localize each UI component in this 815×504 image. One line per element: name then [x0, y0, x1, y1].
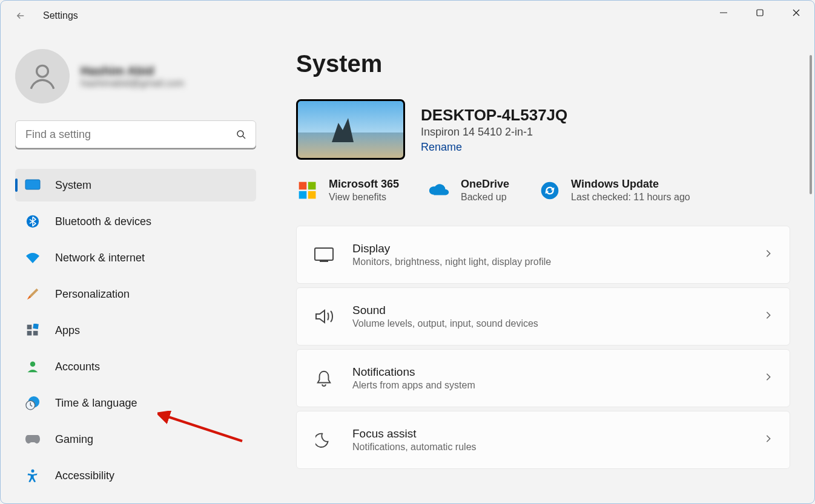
- status-row: Microsoft 365 View benefits OneDrive Bac…: [296, 178, 790, 203]
- apps-icon: [25, 322, 41, 338]
- nav-item-bluetooth[interactable]: Bluetooth & devices: [15, 205, 256, 238]
- svg-point-5: [237, 131, 243, 137]
- status-sub: View benefits: [329, 192, 399, 203]
- svg-rect-1: [757, 10, 763, 16]
- card-sub: Alerts from apps and system: [352, 380, 764, 391]
- nav-list: System Bluetooth & devices Network & int…: [15, 169, 256, 492]
- maximize-button[interactable]: [742, 1, 778, 25]
- device-name: DESKTOP-4L537JQ: [421, 106, 567, 125]
- svg-rect-18: [299, 182, 307, 189]
- search-box[interactable]: [15, 120, 256, 148]
- svg-rect-7: [25, 180, 40, 189]
- card-notifications[interactable]: Notifications Alerts from apps and syste…: [296, 349, 790, 407]
- svg-line-6: [243, 136, 245, 139]
- sound-icon: [314, 306, 334, 327]
- main-content: System DESKTOP-4L537JQ Inspiron 14 5410 …: [267, 31, 814, 503]
- nav-item-network[interactable]: Network & internet: [15, 241, 256, 274]
- microsoft-logo-icon: [296, 179, 319, 202]
- sidebar: Hashim Abid hashimabid@gmail.com System: [1, 31, 267, 503]
- svg-point-17: [31, 470, 34, 473]
- profile-block[interactable]: Hashim Abid hashimabid@gmail.com: [15, 49, 256, 103]
- status-title: OneDrive: [461, 178, 509, 191]
- device-thumbnail: [296, 99, 405, 160]
- chevron-right-icon: [764, 373, 773, 384]
- nav-label: Time & language: [55, 397, 137, 410]
- nav-label: Bluetooth & devices: [55, 215, 151, 228]
- bell-icon: [314, 368, 334, 388]
- nav-item-system[interactable]: System: [15, 169, 256, 201]
- settings-card-list: Display Monitors, brightness, night ligh…: [296, 226, 790, 481]
- svg-point-4: [37, 65, 48, 77]
- nav-label: System: [55, 179, 91, 192]
- card-title: Notifications: [352, 365, 764, 379]
- nav-item-accounts[interactable]: Accounts: [15, 350, 256, 383]
- svg-rect-21: [308, 191, 316, 198]
- svg-rect-13: [33, 331, 38, 336]
- nav-item-personalization[interactable]: Personalization: [15, 278, 256, 310]
- card-focus-assist[interactable]: Focus assist Notifications, automatic ru…: [296, 411, 790, 469]
- nav-label: Personalization: [55, 288, 130, 301]
- system-icon: [25, 177, 41, 193]
- accounts-icon: [25, 359, 41, 375]
- window-title: Settings: [43, 10, 78, 21]
- wifi-icon: [25, 250, 41, 266]
- device-block: DESKTOP-4L537JQ Inspiron 14 5410 2-in-1 …: [296, 99, 790, 160]
- status-title: Microsoft 365: [329, 178, 399, 191]
- svg-point-22: [541, 182, 559, 199]
- search-input[interactable]: [25, 128, 236, 141]
- nav-label: Gaming: [55, 433, 93, 446]
- status-sub: Last checked: 11 hours ago: [571, 192, 690, 203]
- brush-icon: [25, 286, 41, 302]
- chevron-right-icon: [764, 434, 773, 445]
- card-title: Display: [352, 242, 764, 255]
- update-icon: [538, 179, 561, 202]
- moon-icon: [314, 430, 334, 450]
- card-sound[interactable]: Sound Volume levels, output, input, soun…: [296, 287, 790, 345]
- svg-point-14: [30, 362, 35, 367]
- svg-rect-12: [27, 331, 32, 336]
- device-model: Inspiron 14 5410 2-in-1: [421, 126, 567, 139]
- display-icon: [314, 244, 334, 265]
- nav-item-time-language[interactable]: Time & language: [15, 387, 256, 419]
- scrollbar[interactable]: [810, 55, 812, 194]
- avatar: [15, 49, 70, 103]
- svg-rect-10: [27, 325, 32, 330]
- card-display[interactable]: Display Monitors, brightness, night ligh…: [296, 226, 790, 284]
- close-button[interactable]: [778, 1, 814, 25]
- nav-item-accessibility[interactable]: Accessibility: [15, 459, 256, 492]
- svg-rect-19: [308, 182, 316, 189]
- bluetooth-icon: [25, 214, 41, 229]
- status-sub: Backed up: [461, 192, 509, 203]
- onedrive-icon: [428, 179, 451, 202]
- svg-rect-11: [33, 324, 39, 329]
- nav-label: Accounts: [55, 361, 100, 373]
- card-title: Sound: [352, 304, 764, 317]
- window-controls: [705, 1, 814, 25]
- minimize-button[interactable]: [705, 1, 742, 25]
- titlebar: Settings: [1, 1, 814, 31]
- rename-link[interactable]: Rename: [421, 141, 567, 154]
- nav-label: Network & internet: [55, 252, 145, 264]
- accessibility-icon: [25, 468, 41, 483]
- gamepad-icon: [25, 431, 41, 447]
- page-title: System: [296, 50, 790, 77]
- card-sub: Volume levels, output, input, sound devi…: [352, 318, 764, 329]
- back-button[interactable]: [15, 10, 26, 21]
- nav-item-apps[interactable]: Apps: [15, 314, 256, 347]
- chevron-right-icon: [764, 311, 773, 322]
- profile-name: Hashim Abid: [81, 64, 184, 78]
- svg-rect-20: [299, 191, 307, 198]
- card-sub: Monitors, brightness, night light, displ…: [352, 257, 764, 267]
- status-microsoft365[interactable]: Microsoft 365 View benefits: [296, 178, 399, 203]
- status-onedrive[interactable]: OneDrive Backed up: [428, 178, 509, 203]
- status-windows-update[interactable]: Windows Update Last checked: 11 hours ag…: [538, 178, 690, 203]
- search-icon: [236, 129, 246, 139]
- nav-item-gaming[interactable]: Gaming: [15, 423, 256, 456]
- chevron-right-icon: [764, 249, 773, 260]
- nav-label: Accessibility: [55, 470, 114, 482]
- profile-email: hashimabid@gmail.com: [81, 78, 184, 89]
- nav-label: Apps: [55, 324, 80, 337]
- status-title: Windows Update: [571, 178, 690, 191]
- card-sub: Notifications, automatic rules: [352, 442, 764, 453]
- clock-globe-icon: [25, 395, 41, 411]
